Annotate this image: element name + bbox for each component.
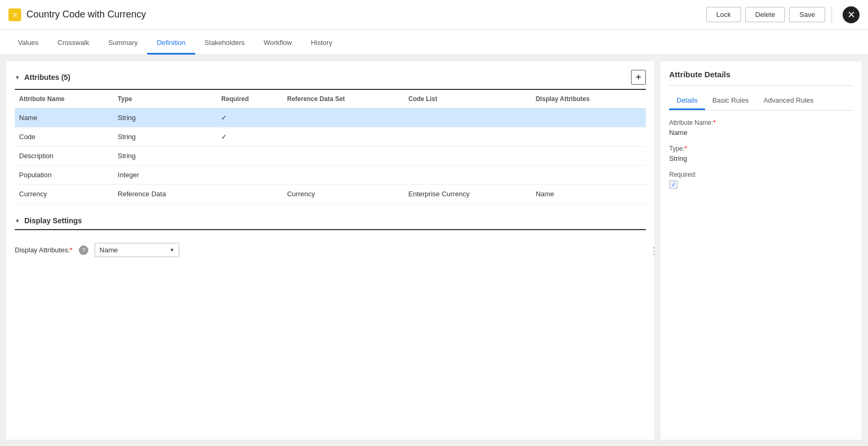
right-panel: Attribute Details Details Basic Rules Ad… [661,61,862,440]
close-button[interactable]: ✕ [843,6,860,23]
right-tab-basic-rules[interactable]: Basic Rules [705,92,756,110]
tab-history[interactable]: History [301,32,342,54]
attr-name-value: Name [669,129,853,136]
left-panel: ▼ Attributes (5) + Attribute Name Type R… [6,61,654,440]
attr-type-required-star: * [684,145,687,152]
table-cell [404,108,532,128]
table-cell [217,147,282,166]
app-icon: ≡ [8,8,21,21]
table-cell: String [114,128,217,147]
table-cell: Code [15,128,114,147]
display-settings-section: ▼ Display Settings Display Attributes:* … [15,216,646,261]
table-cell [283,166,404,185]
col-header-ref-data-set: Reference Data Set [283,90,404,108]
attr-type-value: String [669,154,853,162]
delete-button[interactable]: Delete [745,7,785,22]
required-checkbox[interactable]: ✓ [669,180,678,189]
save-button[interactable]: Save [789,7,825,22]
header: ≡ Country Code with Currency Lock Delete… [0,0,868,30]
display-settings-collapse-icon[interactable]: ▼ [15,218,20,224]
table-cell: Currency [15,185,114,204]
lock-button[interactable]: Lock [706,7,741,22]
table-cell [404,166,532,185]
attr-name-field: Attribute Name:* Name [669,119,853,136]
display-attrs-row: Display Attributes:* ? Name ▼ [15,239,646,261]
header-actions: Lock Delete Save ✕ [706,6,860,23]
page-title: Country Code with Currency [26,9,706,20]
table-row[interactable]: PopulationInteger [15,166,646,185]
table-cell [404,128,532,147]
main-layout: ▼ Attributes (5) + Attribute Name Type R… [0,55,868,446]
panel-drag-handle[interactable]: ⋮ [649,245,654,257]
table-row[interactable]: CodeString✓ [15,128,646,147]
attributes-section-header: ▼ Attributes (5) + [15,70,646,90]
tab-definition[interactable]: Definition [147,32,195,54]
table-cell: Integer [114,166,217,185]
display-attrs-label: Display Attributes:* [15,246,72,254]
table-cell: Population [15,166,114,185]
table-cell [532,147,646,166]
tab-workflow[interactable]: Workflow [254,32,301,54]
attr-name-required-star: * [713,119,716,126]
table-row[interactable]: NameString✓ [15,108,646,128]
table-row[interactable]: CurrencyReference DataCurrencyEnterprise… [15,185,646,204]
collapse-icon[interactable]: ▼ [15,75,20,80]
right-tab-advanced-rules[interactable]: Advanced Rules [756,92,821,110]
table-cell [532,108,646,128]
table-cell [217,185,282,204]
table-cell: Description [15,147,114,166]
add-attribute-button[interactable]: + [631,70,646,85]
col-header-type: Type [114,90,217,108]
attributes-table: Attribute Name Type Required Reference D… [15,90,646,204]
help-icon[interactable]: ? [79,245,88,255]
col-header-required: Required [217,90,282,108]
select-arrow-icon: ▼ [169,247,175,253]
table-cell [404,147,532,166]
header-divider [832,6,832,23]
table-cell [217,166,282,185]
table-cell: Name [15,108,114,128]
table-cell [532,128,646,147]
display-attrs-selected: Name [99,246,118,254]
table-cell [283,147,404,166]
table-cell: Reference Data [114,185,217,204]
attr-type-label: Type:* [669,145,853,152]
tabs-bar: Values Crosswalk Summary Definition Stak… [0,30,868,55]
attribute-details-title: Attribute Details [669,70,853,86]
attr-required-label: Required: [669,171,853,178]
display-attrs-select[interactable]: Name ▼ [95,243,179,257]
attr-name-label: Attribute Name:* [669,119,853,126]
col-header-display-attrs: Display Attributes [532,90,646,108]
table-cell: Enterprise Currency [404,185,532,204]
attributes-title: ▼ Attributes (5) [15,73,70,81]
table-cell [532,166,646,185]
tab-crosswalk[interactable]: Crosswalk [48,32,99,54]
attr-type-field: Type:* String [669,145,853,162]
required-star: * [70,246,72,254]
table-cell: Name [532,185,646,204]
attr-required-field: Required: ✓ [669,171,853,189]
attributes-label: Attributes (5) [24,73,70,81]
table-header-row: Attribute Name Type Required Reference D… [15,90,646,108]
table-cell [283,128,404,147]
display-settings-header: ▼ Display Settings [15,216,646,230]
table-cell: String [114,108,217,128]
table-row[interactable]: DescriptionString [15,147,646,166]
table-cell: ✓ [217,108,282,128]
tab-summary[interactable]: Summary [99,32,148,54]
table-cell [283,108,404,128]
display-settings-title: Display Settings [24,216,82,225]
table-cell: Currency [283,185,404,204]
right-tab-details[interactable]: Details [669,92,705,110]
right-tabs: Details Basic Rules Advanced Rules [669,92,853,111]
col-header-code-list: Code List [404,90,532,108]
col-header-name: Attribute Name [15,90,114,108]
table-cell: ✓ [217,128,282,147]
tab-values[interactable]: Values [8,32,48,54]
table-cell: String [114,147,217,166]
tab-stakeholders[interactable]: Stakeholders [195,32,254,54]
